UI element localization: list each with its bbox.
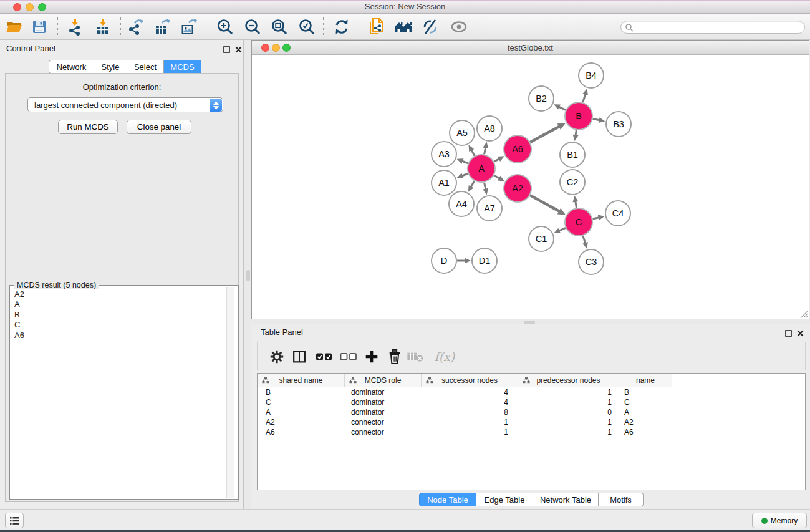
node-label-C2: C2 (567, 177, 579, 187)
table-cell: 8 (422, 407, 518, 417)
table-row[interactable]: Cdominator41C (258, 397, 805, 407)
save-session-icon[interactable] (29, 16, 50, 37)
zoom-selected-icon[interactable] (296, 16, 317, 37)
refresh-layout-icon[interactable] (331, 16, 352, 37)
table-cell: B (258, 387, 345, 397)
result-item[interactable]: C (10, 320, 224, 330)
select-all-icon[interactable] (315, 348, 334, 365)
column-label: MCDS role (365, 376, 402, 385)
result-scrollbar[interactable] (226, 287, 234, 498)
float-table-panel-icon[interactable] (784, 329, 793, 337)
column-header-name[interactable]: name (619, 374, 672, 387)
tab-mcds[interactable]: MCDS (164, 60, 201, 74)
toolbar-separator (120, 17, 121, 36)
node-label-D1: D1 (479, 256, 491, 266)
column-header-shared-name[interactable]: shared name (258, 374, 345, 387)
result-item[interactable]: A (10, 299, 224, 309)
titlebar-accent (0, 0, 810, 1)
delete-icon[interactable] (385, 348, 404, 365)
mcds-result-title: MCDS result (5 nodes) (14, 281, 99, 289)
edge-B-B4[interactable] (583, 94, 586, 102)
gear-icon[interactable] (268, 348, 286, 365)
node-label-A5: A5 (456, 128, 468, 138)
task-history-button[interactable] (5, 513, 24, 528)
tab-select[interactable]: Select (127, 60, 164, 74)
tab-motifs[interactable]: Motifs (599, 493, 644, 506)
float-panel-icon[interactable] (222, 45, 231, 54)
first-neighbors-icon[interactable] (393, 16, 414, 37)
network-graph[interactable]: B4B2BB3A5A8A6A3B1AA1C2A2A4A7C4CC1DD1C3 (252, 55, 809, 319)
hide-details-icon[interactable] (420, 16, 441, 37)
zoom-out-icon[interactable] (242, 16, 263, 37)
table-panel: Table Panel (251, 324, 810, 509)
column-header-mcds-role[interactable]: MCDS role (345, 374, 422, 387)
function-builder-icon[interactable]: f(x) (431, 348, 458, 365)
result-item[interactable]: A2 (10, 289, 224, 299)
tab-network-table[interactable]: Network Table (533, 493, 599, 506)
desktop-pane: Control Panel NetworkStyleSelectMCDS Opt… (0, 40, 810, 509)
add-icon[interactable] (362, 348, 381, 365)
export-table-icon[interactable] (152, 16, 173, 37)
show-details-icon[interactable] (448, 16, 470, 37)
arrowhead-icon (465, 258, 471, 264)
node-label-B4: B4 (586, 70, 597, 80)
tab-node-table[interactable]: Node Table (419, 493, 476, 506)
deselect-all-icon[interactable] (339, 348, 358, 365)
table-row[interactable]: A6connector11A6 (258, 427, 805, 437)
delete-table-icon[interactable] (406, 348, 425, 365)
tab-network[interactable]: Network (49, 60, 94, 74)
tab-edge-table[interactable]: Edge Table (476, 493, 533, 506)
network-window-titlebar[interactable]: testGlobe.txt (252, 41, 809, 55)
import-table-icon[interactable] (92, 16, 113, 37)
new-network-from-selection-icon[interactable] (367, 16, 388, 37)
node-table[interactable]: shared nameMCDS rolesuccessor nodesprede… (257, 373, 806, 490)
table-cell: B (619, 387, 672, 397)
table-toolbar: f(x) (257, 342, 806, 370)
criterion-select[interactable]: largest connected component (directed) (27, 97, 223, 112)
close-table-panel-icon[interactable] (796, 329, 804, 337)
memory-label: Memory (771, 516, 798, 525)
column-header-successor-nodes[interactable]: successor nodes (422, 374, 518, 387)
table-cell: dominator (345, 397, 422, 407)
memory-button[interactable]: Memory (752, 513, 807, 528)
arrowhead-icon (457, 158, 464, 163)
zoom-fit-icon[interactable] (269, 16, 290, 37)
desktop-vertical-scrollbar[interactable] (246, 40, 251, 319)
result-item[interactable]: B (10, 310, 224, 320)
table-cell: A6 (258, 427, 345, 437)
tree-icon (523, 377, 530, 384)
tab-style[interactable]: Style (94, 60, 127, 74)
column-header-predecessor-nodes[interactable]: predecessor nodes (518, 374, 619, 387)
table-cell: 1 (518, 417, 619, 427)
import-network-icon[interactable] (64, 16, 85, 37)
table-cell: A (258, 407, 345, 417)
column-browser-icon[interactable] (290, 348, 309, 365)
scrollbar-thumb[interactable] (246, 270, 250, 281)
table-row[interactable]: Bdominator41B (258, 387, 805, 397)
mcds-tab-content: Optimization criterion: largest connecte… (5, 73, 239, 502)
column-label: successor nodes (441, 376, 498, 385)
close-panel-button[interactable]: Close panel (127, 120, 191, 134)
resize-grip-icon[interactable] (799, 309, 808, 318)
export-image-icon[interactable] (178, 16, 200, 37)
mcds-result-list[interactable]: A2ABCA6 (10, 289, 224, 498)
edge-A6-B[interactable] (530, 126, 560, 142)
export-network-icon[interactable] (125, 16, 147, 37)
open-session-icon[interactable] (3, 16, 24, 37)
tree-icon (262, 377, 269, 384)
table-row[interactable]: Adominator80A (258, 407, 805, 417)
edge-A2-C[interactable] (530, 195, 560, 211)
close-panel-icon[interactable] (234, 45, 243, 54)
run-mcds-button[interactable]: Run MCDS (58, 120, 118, 134)
zoom-in-icon[interactable] (215, 16, 236, 37)
memory-status-icon (761, 518, 768, 524)
table-cell: connector (345, 427, 422, 437)
arrowhead-icon (598, 215, 605, 221)
search-input[interactable] (620, 21, 805, 34)
table-cell: dominator (345, 387, 422, 397)
table-row[interactable]: A2connector11A2 (258, 417, 805, 427)
result-item[interactable]: A6 (10, 331, 224, 341)
edge-C-C3[interactable] (583, 236, 586, 244)
control-panel-tabs: NetworkStyleSelectMCDS (49, 60, 201, 74)
node-label-D: D (441, 256, 447, 266)
